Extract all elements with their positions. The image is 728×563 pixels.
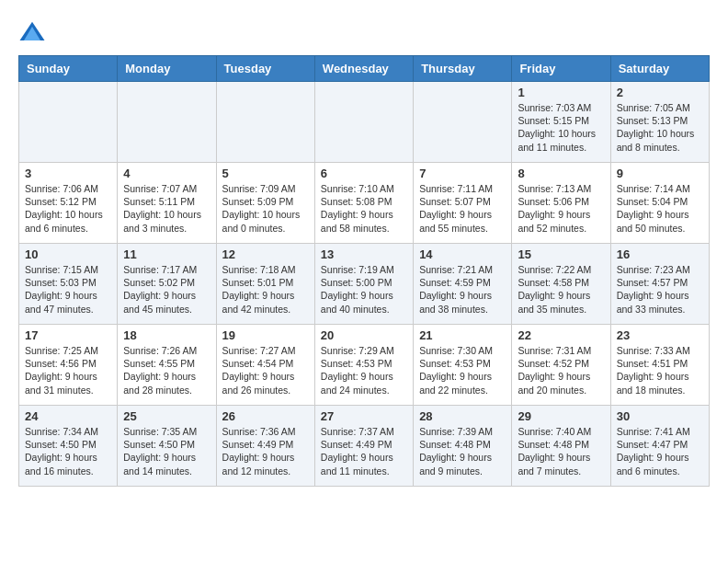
day-info: Sunrise: 7:09 AM Sunset: 5:09 PM Dayligh… <box>222 182 309 235</box>
day-number: 20 <box>321 328 407 342</box>
day-number: 15 <box>518 247 604 261</box>
day-info: Sunrise: 7:13 AM Sunset: 5:06 PM Dayligh… <box>518 182 604 235</box>
day-info: Sunrise: 7:05 AM Sunset: 5:13 PM Dayligh… <box>617 101 703 154</box>
day-cell: 10Sunrise: 7:15 AM Sunset: 5:03 PM Dayli… <box>19 244 118 325</box>
day-info: Sunrise: 7:23 AM Sunset: 4:57 PM Dayligh… <box>617 263 703 316</box>
day-info: Sunrise: 7:15 AM Sunset: 5:03 PM Dayligh… <box>25 263 111 316</box>
day-cell: 22Sunrise: 7:31 AM Sunset: 4:52 PM Dayli… <box>512 325 610 406</box>
day-info: Sunrise: 7:19 AM Sunset: 5:00 PM Dayligh… <box>321 263 407 316</box>
day-info: Sunrise: 7:21 AM Sunset: 4:59 PM Dayligh… <box>419 263 506 316</box>
day-cell: 6Sunrise: 7:10 AM Sunset: 5:08 PM Daylig… <box>314 163 413 244</box>
day-cell: 30Sunrise: 7:41 AM Sunset: 4:47 PM Dayli… <box>610 406 709 487</box>
day-cell: 21Sunrise: 7:30 AM Sunset: 4:53 PM Dayli… <box>414 325 512 406</box>
day-info: Sunrise: 7:31 AM Sunset: 4:52 PM Dayligh… <box>518 344 604 396</box>
day-cell: 19Sunrise: 7:27 AM Sunset: 4:54 PM Dayli… <box>216 325 314 406</box>
day-cell: 12Sunrise: 7:18 AM Sunset: 5:01 PM Dayli… <box>216 244 314 325</box>
day-number: 10 <box>25 247 111 261</box>
day-cell <box>414 82 512 163</box>
day-cell: 5Sunrise: 7:09 AM Sunset: 5:09 PM Daylig… <box>216 163 314 244</box>
day-info: Sunrise: 7:14 AM Sunset: 5:04 PM Dayligh… <box>617 182 703 235</box>
day-info: Sunrise: 7:34 AM Sunset: 4:50 PM Dayligh… <box>25 425 111 477</box>
day-info: Sunrise: 7:06 AM Sunset: 5:12 PM Dayligh… <box>25 182 111 235</box>
day-info: Sunrise: 7:26 AM Sunset: 4:55 PM Dayligh… <box>123 344 210 396</box>
day-cell <box>19 82 118 163</box>
day-cell: 18Sunrise: 7:26 AM Sunset: 4:55 PM Dayli… <box>118 325 216 406</box>
day-cell <box>314 82 413 163</box>
day-number: 2 <box>617 86 703 99</box>
day-number: 17 <box>25 328 111 342</box>
day-number: 13 <box>321 247 407 261</box>
day-number: 9 <box>617 167 703 180</box>
weekday-header-monday: Monday <box>118 56 216 82</box>
day-cell: 2Sunrise: 7:05 AM Sunset: 5:13 PM Daylig… <box>610 82 709 163</box>
day-cell: 3Sunrise: 7:06 AM Sunset: 5:12 PM Daylig… <box>19 163 118 244</box>
week-row-1: 1Sunrise: 7:03 AM Sunset: 5:15 PM Daylig… <box>19 82 710 163</box>
day-number: 16 <box>617 247 703 261</box>
day-number: 24 <box>25 409 111 423</box>
day-info: Sunrise: 7:07 AM Sunset: 5:11 PM Dayligh… <box>123 182 210 235</box>
day-info: Sunrise: 7:18 AM Sunset: 5:01 PM Dayligh… <box>222 263 309 316</box>
day-number: 18 <box>123 328 210 342</box>
day-cell: 14Sunrise: 7:21 AM Sunset: 4:59 PM Dayli… <box>414 244 512 325</box>
day-number: 5 <box>222 167 309 180</box>
week-row-2: 3Sunrise: 7:06 AM Sunset: 5:12 PM Daylig… <box>19 163 710 244</box>
day-cell: 13Sunrise: 7:19 AM Sunset: 5:00 PM Dayli… <box>314 244 413 325</box>
day-cell: 24Sunrise: 7:34 AM Sunset: 4:50 PM Dayli… <box>19 406 118 487</box>
logo-icon <box>18 18 46 46</box>
day-number: 30 <box>617 409 703 423</box>
day-number: 25 <box>123 409 210 423</box>
day-number: 1 <box>518 86 604 99</box>
day-number: 26 <box>222 409 309 423</box>
day-info: Sunrise: 7:11 AM Sunset: 5:07 PM Dayligh… <box>419 182 506 235</box>
day-number: 14 <box>419 247 506 261</box>
day-cell: 16Sunrise: 7:23 AM Sunset: 4:57 PM Dayli… <box>610 244 709 325</box>
day-number: 12 <box>222 247 309 261</box>
day-info: Sunrise: 7:10 AM Sunset: 5:08 PM Dayligh… <box>321 182 407 235</box>
day-cell: 1Sunrise: 7:03 AM Sunset: 5:15 PM Daylig… <box>512 82 610 163</box>
day-number: 6 <box>321 167 407 180</box>
day-cell: 11Sunrise: 7:17 AM Sunset: 5:02 PM Dayli… <box>118 244 216 325</box>
weekday-header-friday: Friday <box>512 56 610 82</box>
day-info: Sunrise: 7:36 AM Sunset: 4:49 PM Dayligh… <box>222 425 309 477</box>
day-cell: 29Sunrise: 7:40 AM Sunset: 4:48 PM Dayli… <box>512 406 610 487</box>
weekday-header-wednesday: Wednesday <box>314 56 413 82</box>
day-cell: 27Sunrise: 7:37 AM Sunset: 4:49 PM Dayli… <box>314 406 413 487</box>
week-row-3: 10Sunrise: 7:15 AM Sunset: 5:03 PM Dayli… <box>19 244 710 325</box>
weekday-header-row: SundayMondayTuesdayWednesdayThursdayFrid… <box>19 56 710 82</box>
day-number: 11 <box>123 247 210 261</box>
weekday-header-sunday: Sunday <box>19 56 118 82</box>
day-info: Sunrise: 7:39 AM Sunset: 4:48 PM Dayligh… <box>419 425 506 477</box>
day-cell: 7Sunrise: 7:11 AM Sunset: 5:07 PM Daylig… <box>414 163 512 244</box>
day-info: Sunrise: 7:30 AM Sunset: 4:53 PM Dayligh… <box>419 344 506 396</box>
day-number: 29 <box>518 409 604 423</box>
day-info: Sunrise: 7:37 AM Sunset: 4:49 PM Dayligh… <box>321 425 407 477</box>
day-info: Sunrise: 7:29 AM Sunset: 4:53 PM Dayligh… <box>321 344 407 396</box>
day-cell: 15Sunrise: 7:22 AM Sunset: 4:58 PM Dayli… <box>512 244 610 325</box>
page-header <box>18 18 710 46</box>
day-info: Sunrise: 7:03 AM Sunset: 5:15 PM Dayligh… <box>518 101 604 154</box>
day-info: Sunrise: 7:17 AM Sunset: 5:02 PM Dayligh… <box>123 263 210 316</box>
day-number: 8 <box>518 167 604 180</box>
calendar-table: SundayMondayTuesdayWednesdayThursdayFrid… <box>18 55 710 487</box>
day-number: 28 <box>419 409 506 423</box>
day-number: 19 <box>222 328 309 342</box>
day-cell: 17Sunrise: 7:25 AM Sunset: 4:56 PM Dayli… <box>19 325 118 406</box>
week-row-5: 24Sunrise: 7:34 AM Sunset: 4:50 PM Dayli… <box>19 406 710 487</box>
day-info: Sunrise: 7:35 AM Sunset: 4:50 PM Dayligh… <box>123 425 210 477</box>
day-info: Sunrise: 7:27 AM Sunset: 4:54 PM Dayligh… <box>222 344 309 396</box>
day-number: 22 <box>518 328 604 342</box>
day-cell <box>216 82 314 163</box>
day-number: 27 <box>321 409 407 423</box>
day-cell: 26Sunrise: 7:36 AM Sunset: 4:49 PM Dayli… <box>216 406 314 487</box>
day-cell: 28Sunrise: 7:39 AM Sunset: 4:48 PM Dayli… <box>414 406 512 487</box>
day-cell: 25Sunrise: 7:35 AM Sunset: 4:50 PM Dayli… <box>118 406 216 487</box>
day-number: 7 <box>419 167 506 180</box>
day-cell: 20Sunrise: 7:29 AM Sunset: 4:53 PM Dayli… <box>314 325 413 406</box>
weekday-header-saturday: Saturday <box>610 56 709 82</box>
day-info: Sunrise: 7:40 AM Sunset: 4:48 PM Dayligh… <box>518 425 604 477</box>
day-cell: 4Sunrise: 7:07 AM Sunset: 5:11 PM Daylig… <box>118 163 216 244</box>
day-cell: 23Sunrise: 7:33 AM Sunset: 4:51 PM Dayli… <box>610 325 709 406</box>
day-number: 4 <box>123 167 210 180</box>
logo <box>18 18 50 46</box>
day-cell <box>118 82 216 163</box>
